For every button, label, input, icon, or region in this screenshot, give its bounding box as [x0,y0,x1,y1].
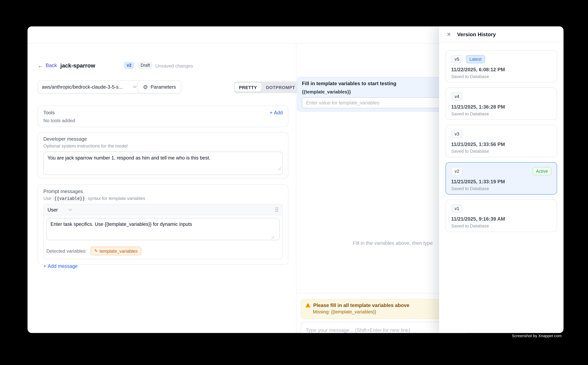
version-tag: v4 [451,92,463,101]
version-history-title: Version History [457,31,496,37]
hint-prefix: Use [43,196,51,201]
hint-suffix: syntax for template variables [88,196,145,201]
version-card-v4[interactable]: v4 11/21/2025, 1:36:28 PM Saved to Datab… [446,87,557,120]
page-header: ← Back jack-sparrow v2 Draft Unsaved cha… [28,60,296,73]
tools-label: Tools [43,110,55,115]
resize-handle-icon[interactable] [271,236,274,239]
template-variable-chip[interactable]: ✎ template_variables [90,247,141,255]
version-status: Saved to Database [451,223,551,229]
prompt-messages-card: Prompt messages Use {{variable}} syntax … [38,184,288,265]
version-timestamp: 11/21/2025, 1:33:56 PM [451,141,551,147]
toggle-pretty[interactable]: PRETTY [234,83,261,92]
active-badge: Active [533,167,551,175]
back-arrow-icon: ← [38,63,43,68]
version-card-v2-active[interactable]: v2 Active 11/21/2025, 1:33:19 PM Saved t… [446,162,557,195]
chat-empty-state-text: Fill in the variables above, then type [353,240,433,246]
draft-badge: Draft [138,62,153,69]
tools-card: Tools + Add No tools added [38,106,288,127]
version-card-v5[interactable]: v5 Latest 11/22/2025, 6:08:12 PM Saved t… [446,50,557,83]
developer-message-label: Developer message [43,136,283,142]
plus-icon: + [43,263,46,269]
watermark: Screenshot by Xnapper.com [512,333,561,338]
pencil-icon: ✎ [94,249,98,253]
plus-icon: + [270,110,272,115]
app-window: ← Back jack-sparrow v2 Draft Unsaved cha… [28,26,564,333]
version-history-header: ✕ Version History [439,26,564,42]
chevron-down-icon [133,85,137,88]
warning-icon [305,303,311,308]
detected-variables-label: Detected variables: [46,248,87,253]
developer-message-hint: Optional system instructions for the mod… [43,143,283,148]
version-status: Saved to Database [451,74,551,79]
version-tag: v2 [451,167,463,175]
screen: ← Back jack-sparrow v2 Draft Unsaved cha… [0,0,588,365]
prompt-messages-label: Prompt messages [43,189,283,194]
version-history-panel: ✕ Version History v5 Latest 11/22/2025, … [439,26,564,333]
version-timestamp: 11/22/2025, 6:08:12 PM [451,67,551,72]
drag-handle-icon[interactable] [275,207,278,212]
version-card-v3[interactable]: v3 11/21/2025, 1:33:56 PM Saved to Datab… [446,125,557,157]
version-tag: v3 [451,130,463,138]
page-title: jack-sparrow [60,62,95,69]
prompt-message-block: User Enter task specifics. Use {{templat… [43,204,283,259]
message-body: Enter task specifics. Use {{template_var… [44,215,282,244]
version-status: Saved to Database [451,148,551,154]
resize-handle-icon[interactable] [278,167,281,170]
add-message-label: Add message [48,263,78,269]
format-toggle: PRETTY DOTPROMPT [234,81,300,93]
version-tag: v5 [451,55,463,63]
parameters-button[interactable]: ⚙ Parameters [138,80,181,94]
developer-message-card: Developer message Optional system instru… [38,132,288,178]
toggle-dotprompt[interactable]: DOTPROMPT [262,83,300,92]
banner-variable-name: {{template_variables}} [302,89,461,95]
warning-title: Please fill in all template variables ab… [313,302,409,308]
parameters-label: Parameters [151,84,176,90]
version-card-v1[interactable]: v1 11/21/2025, 9:16:39 AM Saved to Datab… [446,199,557,232]
prompt-message-textarea[interactable]: Enter task specifics. Use {{template_var… [46,218,280,240]
add-message-button[interactable]: + Add message [43,263,78,269]
model-select[interactable]: aws/anthropic/bedrock-claude-3-5-s... [38,80,141,94]
add-tool-button[interactable]: + Add [270,110,283,115]
version-badge: v2 [124,62,134,69]
prompt-messages-hint: Use {{variable}} syntax for template var… [43,196,283,201]
version-status: Saved to Database [451,111,551,116]
model-select-value: aws/anthropic/bedrock-claude-3-5-s... [42,84,133,90]
version-tag: v1 [451,204,463,213]
latest-badge: Latest [466,55,485,63]
version-status: Saved to Database [451,186,551,191]
role-select-value[interactable]: User [48,207,58,212]
message-role-header[interactable]: User [44,204,282,215]
detected-variables-row: Detected variables: ✎ template_variables [44,244,282,259]
version-timestamp: 11/21/2025, 1:33:19 PM [451,179,551,184]
version-timestamp: 11/21/2025, 9:16:39 AM [451,216,551,222]
template-variable-name: template_variables [100,248,138,253]
close-icon[interactable]: ✕ [447,32,451,37]
developer-message-textarea[interactable]: You are jack sparrow number 1, respond a… [43,152,283,175]
template-variable-input[interactable] [302,97,462,108]
chevron-down-icon [69,208,73,211]
back-button[interactable]: ← Back [38,63,57,68]
version-timestamp: 11/21/2025, 1:36:28 PM [451,104,551,110]
banner-title: Fill in template variables to start test… [302,81,461,86]
back-label: Back [46,63,57,68]
tools-empty-text: No tools added [43,118,283,123]
gear-icon: ⚙ [143,84,148,90]
variable-syntax-chip: {{variable}} [53,196,86,201]
unsaved-changes-label: Unsaved changes [155,63,193,69]
add-tool-label: Add [274,110,283,115]
